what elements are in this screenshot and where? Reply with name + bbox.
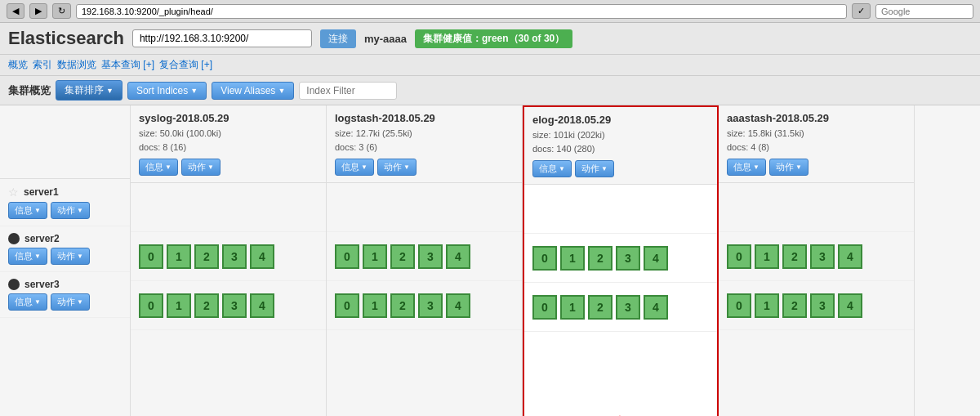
toolbar: 集群概览 集群排序 ▼ Sort Indices ▼ View Aliases …: [0, 76, 980, 105]
syslog-name: syslog-2018.05.29: [139, 112, 318, 124]
aaastash-size: size: 15.8ki (31.5ki): [727, 127, 906, 141]
shard-box[interactable]: 1: [560, 295, 585, 320]
nav-overview[interactable]: 概览: [8, 58, 28, 72]
shard-box[interactable]: 1: [755, 293, 779, 318]
shard-box[interactable]: 3: [222, 244, 247, 269]
shard-box[interactable]: 2: [782, 293, 807, 318]
shard-box[interactable]: 2: [588, 295, 612, 320]
logstash-server3-shards: 0 1 2 3 4: [335, 293, 470, 318]
shard-box[interactable]: 4: [250, 244, 274, 269]
shard-box[interactable]: 2: [194, 293, 219, 318]
nav-index[interactable]: 索引: [33, 58, 52, 72]
shard-box[interactable]: 1: [167, 293, 191, 318]
shard-box[interactable]: 4: [644, 246, 668, 271]
server2-header: server2: [8, 233, 122, 244]
server1-info-arrow-icon: ▼: [34, 207, 41, 214]
server1-actions: 信息▼ 动作▼: [8, 202, 122, 219]
shard-box[interactable]: 3: [810, 244, 835, 269]
logstash-action-button[interactable]: 动作▼: [377, 159, 416, 176]
red-arrow-icon: [596, 412, 645, 416]
syslog-action-button[interactable]: 动作▼: [181, 159, 220, 176]
nav-basic-query[interactable]: 基本查询 [+]: [101, 58, 154, 72]
elog-size: size: 101ki (202ki): [532, 128, 709, 142]
shard-box[interactable]: 4: [446, 293, 470, 318]
syslog-info-button[interactable]: 信息▼: [139, 159, 178, 176]
sort-indices-label: Sort Indices: [136, 85, 188, 96]
shard-box[interactable]: 2: [390, 244, 415, 269]
shard-box[interactable]: 3: [810, 293, 835, 318]
shard-box[interactable]: 1: [363, 244, 387, 269]
elog-action-button[interactable]: 动作▼: [575, 160, 614, 177]
connect-button[interactable]: 连接: [320, 29, 356, 48]
shard-box[interactable]: 1: [560, 246, 585, 271]
shard-box[interactable]: 2: [588, 246, 612, 271]
elog-server2-row: 0 1 2 3 4: [524, 234, 717, 283]
aaastash-info-button[interactable]: 信息▼: [727, 159, 766, 176]
syslog-info-arrow-icon: ▼: [165, 163, 172, 171]
logstash-server3-row: 0 1 2 3 4: [327, 281, 522, 330]
server2-info-button[interactable]: 信息▼: [8, 248, 47, 265]
server2-action-button[interactable]: 动作▼: [51, 248, 90, 265]
shard-box[interactable]: 3: [616, 246, 640, 271]
sort-indices-button[interactable]: Sort Indices ▼: [127, 82, 207, 100]
address-bar[interactable]: [76, 4, 847, 19]
aaastash-server3-shards: 0 1 2 3 4: [727, 293, 862, 318]
shard-box[interactable]: 1: [167, 244, 191, 269]
shard-box[interactable]: 4: [838, 293, 862, 318]
server1-info-button[interactable]: 信息▼: [8, 202, 47, 219]
view-aliases-button[interactable]: View Aliases ▼: [212, 82, 294, 100]
shard-box[interactable]: 2: [390, 293, 415, 318]
shard-box[interactable]: 0: [335, 293, 359, 318]
cluster-sort-button[interactable]: 集群排序 ▼: [56, 80, 122, 101]
elog-server1-row: [524, 185, 717, 234]
elog-docs: docs: 140 (280): [532, 142, 709, 156]
server3-action-button[interactable]: 动作▼: [51, 293, 90, 311]
shard-box[interactable]: 3: [616, 295, 640, 320]
shard-box[interactable]: 2: [194, 244, 219, 269]
nav-data-browse[interactable]: 数据浏览: [57, 58, 96, 72]
shard-box[interactable]: 3: [418, 244, 443, 269]
shard-box[interactable]: 0: [532, 295, 557, 320]
overview-label: 集群概览: [8, 83, 51, 98]
aaastash-action-button[interactable]: 动作▼: [769, 159, 808, 176]
shard-box[interactable]: 0: [532, 246, 557, 271]
search-bar[interactable]: [875, 4, 973, 19]
elog-actions: 信息▼ 动作▼: [532, 160, 709, 177]
aaastash-server2-shards: 0 1 2 3 4: [727, 244, 862, 269]
index-filter-input[interactable]: [299, 82, 397, 100]
syslog-server2-shards: 0 1 2 3 4: [139, 244, 274, 269]
shard-box[interactable]: 0: [727, 244, 751, 269]
server3-info-button[interactable]: 信息▼: [8, 293, 47, 311]
back-button[interactable]: ◀: [7, 3, 24, 19]
logstash-info-button[interactable]: 信息▼: [335, 159, 374, 176]
shard-box[interactable]: 2: [782, 244, 807, 269]
logstash-info-arrow-icon: ▼: [361, 163, 368, 171]
go-button[interactable]: ✓: [852, 3, 871, 19]
shard-box[interactable]: 1: [363, 293, 387, 318]
arrow-annotation: [596, 412, 645, 416]
shard-box[interactable]: 4: [644, 295, 668, 320]
server-url-input[interactable]: [132, 29, 312, 47]
shard-box[interactable]: 4: [446, 244, 470, 269]
shard-box[interactable]: 3: [418, 293, 443, 318]
star-icon[interactable]: ☆: [8, 186, 19, 199]
shard-box[interactable]: 4: [838, 244, 862, 269]
server1-action-button[interactable]: 动作▼: [51, 202, 90, 219]
nav-complex-query[interactable]: 复合查询 [+]: [159, 58, 212, 72]
shard-box[interactable]: 3: [222, 293, 247, 318]
shard-box[interactable]: 1: [755, 244, 779, 269]
cluster-sort-arrow-icon: ▼: [106, 87, 114, 95]
forward-button[interactable]: ▶: [29, 3, 47, 19]
elog-info-button[interactable]: 信息▼: [532, 160, 572, 177]
shard-box[interactable]: 0: [727, 293, 751, 318]
shard-box[interactable]: 0: [139, 244, 163, 269]
index-column-elog: elog-2018.05.29 size: 101ki (202ki) docs…: [523, 105, 719, 416]
dot-icon-server2: [8, 233, 20, 244]
elog-name: elog-2018.05.29: [532, 114, 709, 126]
shard-box[interactable]: 0: [139, 293, 163, 318]
aaastash-name: aaastash-2018.05.29: [727, 112, 906, 124]
shard-box[interactable]: 4: [250, 293, 274, 318]
aaastash-header: aaastash-2018.05.29 size: 15.8ki (31.5ki…: [719, 105, 914, 183]
shard-box[interactable]: 0: [335, 244, 359, 269]
refresh-button[interactable]: ↻: [52, 3, 71, 19]
